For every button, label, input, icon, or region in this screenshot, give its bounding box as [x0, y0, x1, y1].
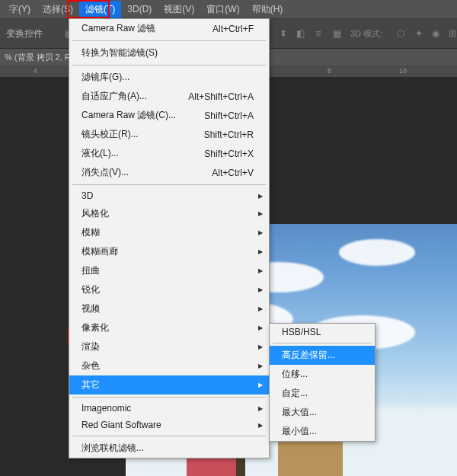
menu-camera-raw-filter[interactable]: Camera Raw 滤镜Alt+Ctrl+F: [69, 19, 269, 38]
menu-item-help[interactable]: 帮助(H): [246, 1, 289, 18]
menu-adaptive-wide-angle[interactable]: 自适应广角(A)...Alt+Shift+Ctrl+A: [69, 87, 269, 106]
menu-separator: [273, 343, 372, 343]
menu-camera-raw-filter-c[interactable]: Camera Raw 滤镜(C)...Shift+Ctrl+A: [69, 106, 269, 125]
submenu-arrow-icon: ▶: [258, 405, 263, 412]
submenu-arrow-icon: ▶: [258, 193, 263, 200]
submenu-arrow-icon: ▶: [258, 267, 263, 274]
submenu-offset[interactable]: 位移...: [270, 365, 375, 384]
menu-bar: 字(Y) 选择(S) 滤镜(T) 3D(D) 视图(V) 窗口(W) 帮助(H): [0, 0, 457, 18]
mode-3d-icon-1[interactable]: ⬡: [393, 26, 408, 41]
menu-separator: [72, 184, 266, 185]
menu-item-select[interactable]: 选择(S): [37, 1, 79, 18]
filter-dropdown-menu: Camera Raw 滤镜Alt+Ctrl+F 转换为智能滤镜(S) 滤镜库(G…: [69, 18, 270, 458]
document-tab-label: % (背景 拷贝 2, R: [5, 52, 71, 63]
submenu-arrow-icon: ▶: [258, 422, 263, 429]
other-submenu: HSB/HSL 高反差保留... 位移... 自定... 最大值... 最小值.…: [269, 323, 376, 442]
menu-pixelate[interactable]: 像素化▶: [69, 318, 269, 337]
menu-stylize[interactable]: 风格化▶: [69, 204, 269, 223]
submenu-arrow-icon: ▶: [258, 363, 263, 369]
submenu-maximum[interactable]: 最大值...: [270, 403, 375, 422]
menu-render[interactable]: 渲染▶: [69, 337, 269, 356]
mode-3d-icon-4[interactable]: ⊞: [445, 26, 457, 41]
submenu-arrow-icon: ▶: [258, 305, 263, 312]
menu-item-type[interactable]: 字(Y): [3, 1, 37, 18]
menu-blur-gallery[interactable]: 模糊画廊▶: [69, 242, 269, 261]
menu-3d[interactable]: 3D▶: [69, 187, 269, 204]
menu-distort[interactable]: 扭曲▶: [69, 261, 269, 280]
menu-filter-gallery[interactable]: 滤镜库(G)...: [69, 68, 269, 87]
toolbar-icon-4[interactable]: ▦: [329, 26, 344, 41]
menu-vanishing-point[interactable]: 消失点(V)...Alt+Ctrl+V: [69, 163, 269, 182]
submenu-arrow-icon: ▶: [258, 229, 263, 236]
submenu-hsb-hsl[interactable]: HSB/HSL: [270, 324, 375, 340]
menu-item-view[interactable]: 视图(V): [158, 1, 200, 18]
menu-browse-online[interactable]: 浏览联机滤镜...: [69, 439, 269, 458]
toolbar-icon-3[interactable]: ≡: [311, 26, 326, 41]
submenu-minimum[interactable]: 最小值...: [270, 422, 375, 441]
menu-separator: [72, 40, 266, 41]
submenu-custom[interactable]: 自定...: [270, 384, 375, 403]
menu-liquify[interactable]: 液化(L)...Shift+Ctrl+X: [69, 144, 269, 163]
menu-imagenomic[interactable]: Imagenomic▶: [69, 400, 269, 417]
ruler-mark: 10: [399, 67, 407, 75]
menu-item-3d[interactable]: 3D(D): [121, 2, 158, 17]
transform-controls-label: 变换控件: [6, 27, 43, 40]
menu-other[interactable]: 其它▶: [69, 375, 269, 395]
menu-noise[interactable]: 杂色▶: [69, 356, 269, 375]
menu-separator: [72, 397, 266, 398]
menu-red-giant[interactable]: Red Giant Software▶: [69, 417, 269, 433]
menu-item-window[interactable]: 窗口(W): [200, 1, 245, 18]
submenu-arrow-icon: ▶: [258, 324, 263, 331]
menu-lens-correction[interactable]: 镜头校正(R)...Shift+Ctrl+R: [69, 125, 269, 144]
mode-3d-label: 3D 模式:: [350, 28, 382, 40]
toolbar-icon-2[interactable]: ◧: [292, 26, 308, 41]
menu-sharpen[interactable]: 锐化▶: [69, 280, 269, 299]
mode-3d-icon-2[interactable]: ✦: [411, 26, 427, 41]
menu-separator: [72, 436, 266, 436]
menu-item-filter[interactable]: 滤镜(T): [79, 1, 121, 18]
submenu-arrow-icon: ▶: [258, 210, 263, 217]
submenu-arrow-icon: ▶: [258, 286, 263, 293]
mode-3d-icon-3[interactable]: ◉: [428, 26, 443, 41]
menu-video[interactable]: 视频▶: [69, 299, 269, 318]
submenu-arrow-icon: ▶: [258, 248, 263, 255]
toolbar-icon-1[interactable]: ⬍: [276, 26, 291, 41]
menu-blur[interactable]: 模糊▶: [69, 223, 269, 242]
submenu-high-pass[interactable]: 高反差保留...: [270, 346, 375, 365]
ruler-mark: 4: [34, 67, 37, 75]
submenu-arrow-icon: ▶: [258, 343, 263, 350]
ruler-mark: 8: [328, 67, 331, 75]
submenu-arrow-icon: ▶: [258, 382, 263, 388]
menu-separator: [72, 65, 266, 65]
menu-convert-smart-filter[interactable]: 转换为智能滤镜(S): [69, 43, 269, 62]
